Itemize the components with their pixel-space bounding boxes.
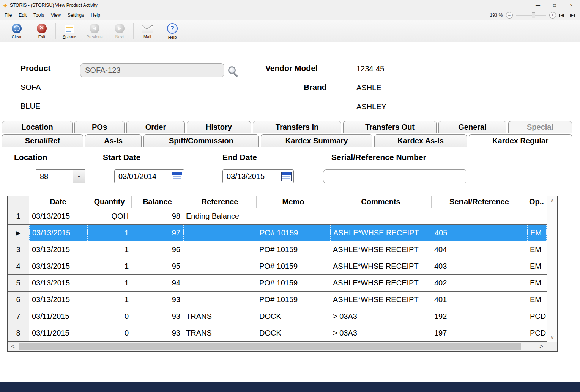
zoom-slider-thumb[interactable] bbox=[532, 12, 535, 18]
calendar-icon[interactable] bbox=[281, 172, 292, 181]
table-row-5[interactable]: 503/13/2015194PO# 10159ASHLE*WHSE RECEIP… bbox=[8, 275, 547, 292]
vscroll-track[interactable] bbox=[547, 204, 557, 333]
table-row-1[interactable]: 103/13/2015QOH98Ending Balance bbox=[8, 208, 547, 225]
location-select[interactable]: 88 ▼ bbox=[36, 169, 85, 183]
tab-spiff-commission[interactable]: Spiff/Commission bbox=[143, 134, 259, 147]
scroll-up-button[interactable]: ∧ bbox=[547, 196, 557, 204]
vertical-scrollbar[interactable]: ∧ ∨ bbox=[547, 196, 557, 342]
actions-icon bbox=[65, 25, 74, 33]
location-dropdown-button[interactable]: ▼ bbox=[73, 170, 85, 183]
cell-date: 03/13/2015 bbox=[29, 292, 87, 308]
tab-kardex-summary[interactable]: Kardex Summary bbox=[261, 134, 372, 147]
tab-serial-ref[interactable]: Serial/Ref bbox=[2, 134, 83, 147]
tab-kardex-regular[interactable]: Kardex Regular bbox=[469, 134, 572, 147]
table-row-7[interactable]: 703/11/2015093TRANSDOCK> 03A3192PCD bbox=[8, 308, 547, 325]
menu-item-view[interactable]: View bbox=[47, 13, 64, 18]
tab-location[interactable]: Location bbox=[2, 121, 72, 133]
maximize-button[interactable]: □ bbox=[546, 0, 563, 10]
menu-item-settings[interactable]: Settings bbox=[64, 13, 87, 18]
table-row-6[interactable]: 603/13/2015193PO# 10159ASHLE*WHSE RECEIP… bbox=[8, 292, 547, 308]
grid-select-all-cell[interactable] bbox=[8, 196, 29, 208]
selected-row-arrow-icon: ▶ bbox=[16, 229, 20, 237]
row-header-5[interactable]: 5 bbox=[8, 275, 29, 291]
cell-memo: PO# 10159 bbox=[257, 292, 330, 308]
next-button: Next bbox=[107, 21, 132, 41]
row-header-2[interactable]: ▶ bbox=[8, 225, 29, 241]
cell-op: EM bbox=[527, 292, 547, 308]
column-header-memo[interactable]: Memo bbox=[257, 196, 330, 208]
row-header-6[interactable]: 6 bbox=[8, 292, 29, 308]
location-value: 88 bbox=[36, 170, 73, 183]
tab-as-is[interactable]: As-Is bbox=[85, 134, 142, 147]
column-header-op[interactable]: Op.. bbox=[527, 196, 547, 208]
zoom-out-button[interactable]: − bbox=[506, 12, 513, 19]
menu-item-file[interactable]: File bbox=[1, 13, 15, 18]
row-header-8[interactable]: 8 bbox=[8, 325, 29, 341]
column-header-date[interactable]: Date bbox=[29, 196, 87, 208]
actions-button[interactable]: Actions bbox=[57, 21, 82, 41]
cell-comments: ASHLE*WHSE RECEIPT bbox=[330, 275, 432, 291]
column-header-quantity[interactable]: Quantity bbox=[87, 196, 132, 208]
zoom-slider[interactable] bbox=[516, 12, 546, 19]
serial-reference-input[interactable] bbox=[323, 169, 467, 183]
cell-balance: 93 bbox=[132, 325, 183, 341]
mail-button[interactable]: Mail bbox=[135, 21, 160, 41]
menu-item-edit[interactable]: Edit bbox=[15, 13, 30, 18]
row-header-3[interactable]: 3 bbox=[8, 241, 29, 258]
cell-memo: DOCK bbox=[257, 325, 330, 341]
scroll-left-button[interactable]: < bbox=[8, 343, 18, 350]
row-header-4[interactable]: 4 bbox=[8, 258, 29, 274]
cell-memo bbox=[257, 208, 330, 224]
location-filter-label: Location bbox=[14, 153, 47, 162]
scroll-down-button[interactable]: ∨ bbox=[547, 333, 557, 342]
start-date-field[interactable]: 03/01/2014 bbox=[114, 169, 184, 183]
column-header-reference[interactable]: Reference bbox=[183, 196, 257, 208]
close-button[interactable]: × bbox=[563, 0, 580, 10]
tab-transfers-in[interactable]: Transfers In bbox=[253, 121, 341, 133]
hscroll-thumb[interactable] bbox=[19, 343, 521, 350]
cell-serial: 401 bbox=[432, 292, 527, 308]
column-header-comments[interactable]: Comments bbox=[330, 196, 432, 208]
vendor-model-value: 1234-45 bbox=[356, 64, 384, 73]
tab-kardex-as-is[interactable]: Kardex As-Is bbox=[374, 134, 467, 147]
toolbar-label-next: Next bbox=[115, 34, 124, 39]
calendar-icon[interactable] bbox=[172, 172, 182, 181]
table-row-4[interactable]: 403/13/2015195PO# 10159ASHLE*WHSE RECEIP… bbox=[8, 258, 547, 275]
tabs-row1: LocationPOsOrderHistoryTransfers InTrans… bbox=[2, 121, 572, 133]
menu-item-tools[interactable]: Tools bbox=[30, 13, 47, 18]
start-date-value: 03/01/2014 bbox=[118, 172, 156, 181]
record-first-button[interactable]: ◀ bbox=[559, 13, 566, 18]
tab-general[interactable]: General bbox=[438, 121, 506, 133]
product-description-2: BLUE bbox=[20, 102, 40, 111]
column-header-balance[interactable]: Balance bbox=[132, 196, 183, 208]
end-date-field[interactable]: 03/13/2015 bbox=[222, 169, 294, 183]
table-row-2[interactable]: ▶03/13/2015197PO# 10159ASHLE*WHSE RECEIP… bbox=[8, 225, 547, 241]
table-row-3[interactable]: 303/13/2015196PO# 10159ASHLE*WHSE RECEIP… bbox=[8, 241, 547, 258]
cell-balance: 98 bbox=[132, 208, 183, 224]
menu-items: FileEditToolsViewSettingsHelp bbox=[0, 10, 104, 20]
cell-comments: ASHLE*WHSE RECEIPT bbox=[330, 225, 432, 241]
minimize-button[interactable]: — bbox=[530, 0, 546, 10]
record-last-button[interactable]: ▶ bbox=[569, 13, 575, 18]
cell-reference: TRANS bbox=[183, 308, 257, 325]
tab-history[interactable]: History bbox=[187, 121, 251, 133]
exit-button[interactable]: Exit bbox=[29, 21, 54, 41]
horizontal-scrollbar[interactable]: < > bbox=[8, 342, 547, 351]
product-code-field[interactable] bbox=[80, 63, 224, 77]
scroll-right-button[interactable]: > bbox=[536, 343, 547, 350]
cell-date: 03/13/2015 bbox=[29, 208, 87, 224]
table-row-8[interactable]: 803/11/2015093TRANSDOCK> 03A3197PCD bbox=[8, 325, 547, 342]
kardex-grid: DateQuantityBalanceReferenceMemoComments… bbox=[7, 196, 558, 352]
zoom-in-button[interactable]: + bbox=[549, 12, 556, 19]
tab-pos[interactable]: POs bbox=[74, 121, 125, 133]
help-button[interactable]: Help bbox=[160, 21, 185, 41]
cell-comments: ASHLE*WHSE RECEIPT bbox=[330, 258, 432, 274]
search-icon[interactable] bbox=[227, 65, 241, 78]
tab-order[interactable]: Order bbox=[126, 121, 185, 133]
row-header-7[interactable]: 7 bbox=[8, 308, 29, 325]
menu-item-help[interactable]: Help bbox=[87, 13, 104, 18]
clear-button[interactable]: Clear bbox=[4, 21, 29, 41]
column-header-serial[interactable]: Serial/Reference bbox=[432, 196, 527, 208]
row-header-1[interactable]: 1 bbox=[8, 208, 29, 224]
tab-transfers-out[interactable]: Transfers Out bbox=[343, 121, 437, 133]
